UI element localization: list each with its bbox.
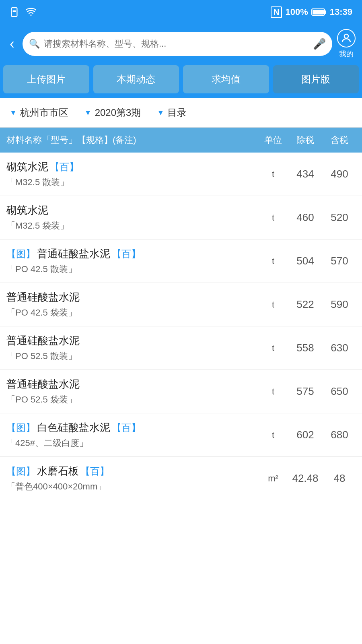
th-incl: 含税 [323,134,356,146]
row-info: 【图】普通硅酸盐水泥【百】 「PO 42.5 散装」 [6,247,259,275]
filter-catalog-arrow: ▼ [157,109,164,117]
status-bar: N 100% 13:39 [0,0,362,24]
row-incl: 630 [323,342,356,354]
news-button[interactable]: 本期动态 [93,65,179,93]
tag-tu: 【图】 [6,248,35,260]
row-name: 普通硅酸盐水泥 [6,377,259,391]
filter-period-arrow: ▼ [84,109,92,117]
row-incl: 490 [323,168,356,180]
th-name: 材料名称「型号」【规格】(备注) [6,134,259,146]
row-spec: 「普色400×400×20mm」 [6,481,259,493]
row-excl: 602 [287,429,323,441]
table-row[interactable]: 普通硅酸盐水泥 「PO 52.5 散装」 t 558 630 [0,326,362,370]
row-spec: 「425#、二级白度」 [6,437,259,449]
filter-period[interactable]: ▼ 2020第3期 [84,106,141,119]
row-info: 【图】水磨石板【百】 「普色400×400×20mm」 [6,464,259,493]
row-name: 普通硅酸盐水泥 [6,334,259,348]
row-excl: 460 [287,211,323,224]
table-row[interactable]: 普通硅酸盐水泥 「PO 52.5 袋装」 t 575 650 [0,370,362,413]
row-spec: 「PO 52.5 散装」 [6,350,259,362]
row-material-name: 普通硅酸盐水泥 [37,247,110,261]
filter-region-arrow: ▼ [10,109,17,117]
table-row[interactable]: 【图】白色硅酸盐水泥【百】 「425#、二级白度」 t 602 680 [0,413,362,457]
row-material-name: 普通硅酸盐水泥 [6,334,80,348]
table-row[interactable]: 【图】普通硅酸盐水泥【百】 「PO 42.5 散装」 t 504 570 [0,239,362,283]
filter-bar: ▼ 杭州市市区 ▼ 2020第3期 ▼ 目录 [0,98,362,128]
row-material-name: 普通硅酸盐水泥 [6,377,80,391]
row-spec: 「PO 52.5 袋装」 [6,394,259,406]
table-row[interactable]: 砌筑水泥【百】 「M32.5 散装」 t 434 490 [0,153,362,196]
mic-icon[interactable]: 🎤 [313,38,326,50]
row-info: 普通硅酸盐水泥 「PO 42.5 袋装」 [6,290,259,319]
upload-button[interactable]: 上传图片 [3,65,89,93]
row-unit: t [259,256,287,266]
row-name: 砌筑水泥 [6,203,259,217]
search-input[interactable] [44,39,309,49]
row-spec: 「PO 42.5 散装」 [6,263,259,275]
battery-icon [311,8,327,17]
action-bar: 上传图片 本期动态 求均值 图片版 [0,65,362,98]
status-left [10,7,37,17]
tag-bai: 【百】 [112,421,141,434]
tag-bai: 【百】 [80,465,109,478]
svg-point-2 [30,14,31,16]
row-unit: t [259,169,287,180]
row-incl: 48 [323,472,356,485]
battery-percent: 100% [285,7,308,17]
row-info: 【图】白色硅酸盐水泥【百】 「425#、二级白度」 [6,421,259,449]
row-spec: 「M32.5 散装」 [6,176,259,188]
row-incl: 590 [323,298,356,311]
row-info: 普通硅酸盐水泥 「PO 52.5 袋装」 [6,377,259,406]
picture-version-button[interactable]: 图片版 [273,65,359,93]
table-row[interactable]: 普通硅酸盐水泥 「PO 42.5 袋装」 t 522 590 [0,283,362,326]
row-name: 【图】普通硅酸盐水泥【百】 [6,247,259,261]
row-excl: 522 [287,298,323,311]
row-incl: 650 [323,385,356,398]
table-row[interactable]: 砌筑水泥 「M32.5 袋装」 t 460 520 [0,196,362,239]
status-right: N 100% 13:39 [271,6,352,18]
nfc-icon: N [271,6,282,18]
filter-region[interactable]: ▼ 杭州市市区 [10,106,68,119]
row-unit: m² [259,473,287,484]
table-body: 砌筑水泥【百】 「M32.5 散装」 t 434 490 砌筑水泥 「M32.5… [0,153,362,500]
th-unit: 单位 [259,134,287,146]
back-button[interactable]: ‹ [6,35,18,53]
sim-icon [10,7,20,17]
row-unit: t [259,213,287,223]
tag-tu: 【图】 [6,465,35,478]
row-excl: 558 [287,342,323,354]
tag-tu: 【图】 [6,421,35,434]
row-unit: t [259,343,287,353]
th-excl: 除税 [287,134,323,146]
row-info: 砌筑水泥【百】 「M32.5 散装」 [6,160,259,188]
search-bar[interactable]: 🔍 🎤 [23,32,332,56]
profile-label: 我的 [339,49,354,59]
row-info: 普通硅酸盐水泥 「PO 52.5 散装」 [6,334,259,362]
filter-period-label: 2020第3期 [95,106,141,119]
row-material-name: 砌筑水泥 [6,203,48,217]
profile-icon [337,29,356,47]
svg-point-6 [344,34,348,38]
row-material-name: 水磨石板 [37,464,79,478]
average-button[interactable]: 求均值 [183,65,269,93]
row-spec: 「PO 42.5 袋装」 [6,307,259,319]
row-unit: t [259,386,287,397]
row-name: 【图】水磨石板【百】 [6,464,259,478]
profile-area[interactable]: 我的 [337,29,356,59]
row-material-name: 白色硅酸盐水泥 [37,421,110,435]
row-unit: t [259,299,287,310]
row-excl: 42.48 [287,472,323,485]
row-info: 砌筑水泥 「M32.5 袋装」 [6,203,259,232]
table-row[interactable]: 【图】水磨石板【百】 「普色400×400×20mm」 m² 42.48 48 [0,457,362,500]
row-unit: t [259,430,287,440]
status-time: 13:39 [330,7,352,17]
tag-bai: 【百】 [50,161,79,173]
filter-catalog[interactable]: ▼ 目录 [157,106,187,119]
svg-rect-1 [13,10,16,12]
row-excl: 504 [287,255,323,267]
filter-catalog-label: 目录 [167,106,187,119]
row-material-name: 砌筑水泥 [6,160,48,174]
wifi-icon [25,7,37,17]
row-name: 【图】白色硅酸盐水泥【百】 [6,421,259,435]
app-header: ‹ 🔍 🎤 我的 [0,24,362,65]
